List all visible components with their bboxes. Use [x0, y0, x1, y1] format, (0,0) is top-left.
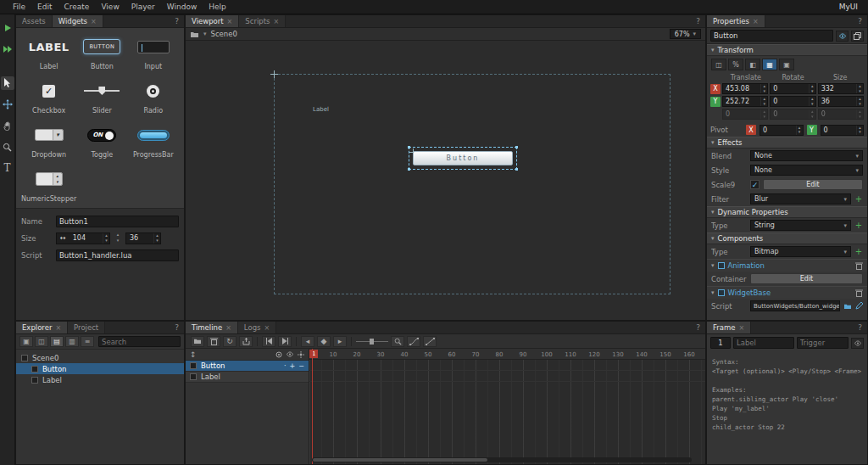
track-lane[interactable]	[309, 371, 705, 382]
view-mode-list-icon[interactable]: ▤	[50, 336, 64, 347]
translate-z-field[interactable]: 0▴▾	[722, 109, 768, 120]
widget-item-slider[interactable]: Slider	[76, 79, 127, 116]
down-arrow-icon[interactable]: ▾	[103, 238, 109, 244]
next-keyframe-icon[interactable]: ▸	[333, 336, 347, 347]
tab-scripts[interactable]: Scripts×	[239, 15, 286, 27]
tab-project[interactable]: Project	[68, 322, 105, 333]
ease-curve-icon[interactable]	[407, 336, 420, 347]
down-arrow-icon[interactable]: ▾	[761, 102, 767, 107]
translate-x-field[interactable]: 453.08▴▾	[722, 83, 768, 94]
menu-view[interactable]: View	[95, 3, 125, 11]
filter-select[interactable]: Blur▾	[750, 193, 851, 204]
skip-start-icon[interactable]	[262, 336, 275, 347]
search-input[interactable]	[98, 336, 181, 347]
canvas-label-widget[interactable]: Label	[313, 106, 329, 113]
zoom-select[interactable]: 67% ▾	[670, 29, 701, 39]
frame-ruler[interactable]: 1 10 20 30 40 50 60 70 80 90 100 110 120…	[309, 349, 705, 360]
components-section-header[interactable]: ▾ Components	[707, 232, 867, 244]
width-stepper[interactable]: ↔ 104 ▴▾	[56, 232, 110, 244]
stepper-arrows[interactable]: ▴▾	[856, 126, 863, 135]
panel-help-icon[interactable]: ?	[691, 322, 705, 333]
track-lane[interactable]	[309, 360, 705, 371]
remove-component-icon[interactable]	[855, 289, 863, 297]
reorder-icon[interactable]: ↕	[190, 350, 197, 359]
panel-help-icon[interactable]: ?	[853, 15, 867, 27]
size-link-stepper[interactable]: ▴▾	[114, 232, 121, 244]
export-icon[interactable]	[239, 336, 253, 347]
add-filter-button[interactable]: +	[854, 195, 863, 204]
stepper-arrows[interactable]: ▴▾	[760, 97, 767, 106]
view-mode-detail-icon[interactable]: ▥	[65, 336, 79, 347]
down-arrow-icon[interactable]: ▾	[857, 130, 863, 135]
down-arrow-icon[interactable]: ▾	[761, 115, 767, 120]
tab-viewport[interactable]: Viewport×	[186, 15, 239, 27]
edit-script-icon[interactable]	[855, 302, 863, 310]
down-arrow-icon[interactable]: ▾	[154, 238, 160, 244]
frame-number-field[interactable]	[710, 337, 731, 349]
translate-y-field[interactable]: 252.72▴▾	[722, 96, 768, 107]
menu-player[interactable]: Player	[125, 3, 161, 11]
copy-icon[interactable]	[851, 31, 864, 42]
scene-canvas[interactable]: Label Button	[186, 41, 705, 320]
down-arrow-icon[interactable]: ▾	[857, 102, 863, 107]
duplicate-icon[interactable]: ◫	[35, 336, 48, 347]
scale9-edit-button[interactable]: Edit	[763, 179, 863, 190]
component-type-select[interactable]: Bitmap▾	[750, 246, 851, 257]
add-component-button[interactable]: +	[854, 248, 863, 256]
loop-icon[interactable]: ↻	[223, 336, 236, 347]
transform-section-header[interactable]: ▾ Transform	[707, 44, 867, 56]
magnifier-icon[interactable]	[391, 336, 404, 347]
style-select[interactable]: None▾	[750, 165, 863, 176]
menu-help[interactable]: Help	[203, 3, 232, 11]
visibility-icon[interactable]	[851, 338, 864, 349]
canvas-button-widget[interactable]: Button	[413, 151, 513, 165]
stepper-arrows[interactable]: ▴▾	[760, 109, 767, 119]
container-edit-button[interactable]: Edit	[750, 273, 863, 284]
trash-icon[interactable]	[207, 336, 220, 347]
down-arrow-icon[interactable]: ▾	[114, 238, 121, 244]
tab-close-icon[interactable]: ×	[55, 324, 61, 332]
tab-properties[interactable]: Properties×	[707, 15, 765, 27]
track-label-row[interactable]: Label	[186, 372, 309, 383]
track-dot-icon[interactable]: ·	[284, 362, 287, 370]
stepper-arrows[interactable]: ▴▾	[809, 109, 815, 119]
rotate-y-field[interactable]: 0▴▾	[770, 96, 815, 107]
stepper-arrows[interactable]: ▴▾	[809, 97, 815, 106]
panel-help-icon[interactable]: ?	[170, 15, 184, 27]
anchor-tool-icon[interactable]: ◫	[711, 59, 726, 70]
effects-section-header[interactable]: ▾ Effects	[707, 137, 867, 148]
select-tool[interactable]	[1, 76, 14, 90]
pan-tool[interactable]	[1, 119, 14, 132]
playhead[interactable]	[312, 349, 313, 464]
size-height-field[interactable]: 36▴▾	[818, 96, 864, 107]
visibility-icon[interactable]	[836, 31, 849, 42]
add-keyframe-icon[interactable]: ◆	[317, 336, 331, 347]
script-field[interactable]	[56, 249, 179, 261]
tree-item-scene0[interactable]: Scene0	[16, 352, 184, 363]
pivot-x-field[interactable]: 0▴▾	[760, 125, 804, 136]
tab-explorer[interactable]: Explorer×	[16, 322, 68, 333]
widget-item-radio[interactable]: Radio	[128, 79, 179, 116]
dock-tool-icon[interactable]: ◧	[745, 59, 760, 70]
widget-item-progressbar[interactable]: ProgressBar	[128, 123, 179, 160]
widget-item-label[interactable]: LABEL Label	[21, 35, 76, 72]
blend-select[interactable]: None▾	[750, 150, 863, 161]
size-width-field[interactable]: 332▴▾	[818, 83, 864, 94]
percent-tool-icon[interactable]: %	[728, 59, 743, 70]
frame-trigger-field[interactable]	[797, 337, 849, 349]
menu-file[interactable]: File	[7, 3, 31, 11]
tree-item-button[interactable]: Button	[16, 363, 184, 374]
stepper-arrows[interactable]: ▴▾	[856, 109, 863, 119]
visibility-icon[interactable]	[286, 351, 294, 357]
panel-help-icon[interactable]: ?	[853, 322, 867, 333]
track-remove-icon[interactable]: −	[298, 362, 304, 370]
component-script-field[interactable]: ButtonWidgets/Button_widget.lua	[750, 300, 840, 311]
scrollbar-thumb[interactable]	[313, 458, 487, 462]
rotate-x-field[interactable]: 0▴▾	[770, 83, 815, 94]
widget-item-input[interactable]: Input	[128, 35, 179, 72]
selection-name-field[interactable]	[710, 30, 833, 42]
tab-timeline[interactable]: Timeline×	[186, 322, 238, 333]
stepper-arrows[interactable]: ▴▾	[809, 84, 815, 93]
stepper-arrows[interactable]: ▴▾	[760, 84, 767, 93]
remove-component-icon[interactable]	[855, 261, 863, 270]
